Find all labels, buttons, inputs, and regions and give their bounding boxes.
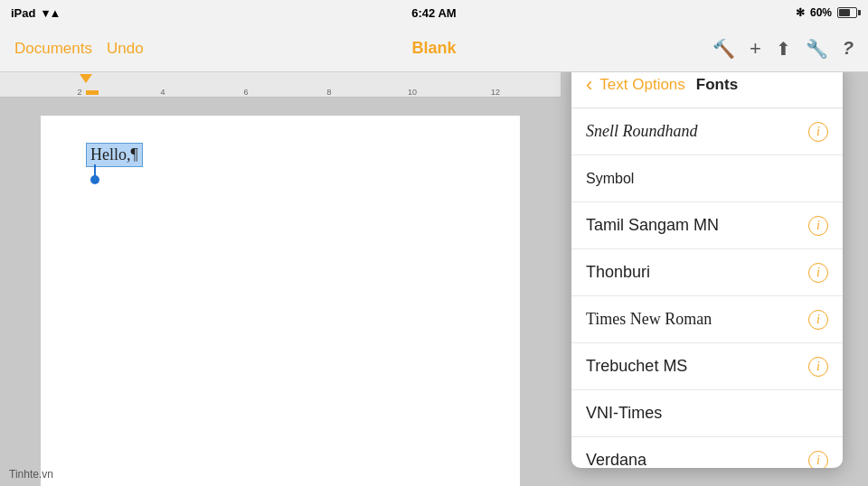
font-name-label: Times New Roman — [586, 310, 712, 329]
toolbar-right: 🔨 + ⬆ 🔧 ? — [712, 37, 854, 61]
toolbar-left: Documents Undo — [14, 40, 144, 58]
canvas: Hello,¶ — [0, 98, 561, 486]
help-icon[interactable]: ? — [843, 38, 854, 59]
back-button[interactable]: ‹ — [586, 73, 592, 97]
font-name-label: Trebuchet MS — [586, 357, 687, 376]
font-info-button[interactable]: i — [808, 451, 828, 469]
font-list: Snell RoundhandiSymbolTamil Sangam MNiTh… — [571, 108, 843, 468]
font-list-item[interactable]: Snell Roundhandi — [571, 108, 843, 155]
font-name-label: Verdana — [586, 451, 646, 468]
battery-icon — [837, 7, 857, 18]
text-options-link[interactable]: Text Options — [599, 76, 685, 94]
ruler-indent-top[interactable] — [80, 74, 92, 83]
font-list-item[interactable]: Trebuchet MSi — [571, 343, 843, 390]
add-icon[interactable]: + — [750, 37, 761, 61]
cursor-dot — [90, 175, 99, 184]
ruler: 2 4 6 8 10 12 — [0, 72, 561, 98]
battery-percentage: 60% — [810, 6, 832, 19]
ruler-mark-2: 2 — [77, 88, 81, 97]
font-info-button[interactable]: i — [808, 122, 828, 142]
share-icon[interactable]: ⬆ — [776, 38, 791, 60]
ruler-mark-6: 6 — [243, 88, 248, 97]
selected-text: Hello,¶ — [86, 143, 143, 167]
toolbar: Documents Undo Blank 🔨 + ⬆ 🔧 ? — [0, 25, 868, 72]
ruler-mark-8: 8 — [326, 88, 331, 97]
font-list-item[interactable]: VNI-Times — [571, 390, 843, 437]
watermark-text: Tinhte.vn — [9, 468, 53, 481]
font-list-item[interactable]: Tamil Sangam MNi — [571, 202, 843, 249]
font-name-label: VNI-Times — [586, 404, 662, 423]
font-name-label: Snell Roundhand — [586, 122, 698, 141]
document-page[interactable]: Hello,¶ — [41, 116, 520, 486]
fonts-title: Fonts — [696, 76, 738, 94]
font-panel: ‹ Text Options Fonts Snell RoundhandiSym… — [571, 61, 843, 468]
font-list-item[interactable]: Times New Romani — [571, 296, 843, 343]
ruler-mark-4: 4 — [160, 88, 165, 97]
bluetooth-icon: ✻ — [796, 6, 805, 19]
font-info-button[interactable]: i — [808, 310, 828, 330]
ruler-indent-bottom[interactable] — [86, 90, 99, 95]
font-name-label: Symbol — [586, 171, 634, 187]
wrench-icon[interactable]: 🔧 — [806, 38, 828, 60]
font-info-button[interactable]: i — [808, 216, 828, 236]
ruler-mark-12: 12 — [491, 88, 500, 97]
font-info-button[interactable]: i — [808, 357, 828, 377]
font-list-item[interactable]: Symbol — [571, 155, 843, 202]
document-title: Blank — [411, 39, 456, 58]
status-time: 6:42 AM — [411, 6, 456, 20]
font-list-item[interactable]: Verdanai — [571, 437, 843, 468]
status-bar: iPad ▾▲ 6:42 AM ✻ 60% — [0, 0, 868, 25]
undo-button[interactable]: Undo — [107, 40, 144, 58]
device-label: iPad — [11, 6, 35, 20]
hammer-icon[interactable]: 🔨 — [712, 38, 735, 60]
documents-button[interactable]: Documents — [14, 40, 92, 58]
ruler-mark-10: 10 — [408, 88, 417, 97]
wifi-icon: ▾▲ — [42, 6, 61, 20]
status-left: iPad ▾▲ — [11, 6, 61, 20]
status-right: ✻ 60% — [796, 6, 857, 19]
font-info-button[interactable]: i — [808, 263, 828, 283]
font-list-item[interactable]: Thonburii — [571, 249, 843, 296]
font-name-label: Tamil Sangam MN — [586, 216, 719, 235]
font-name-label: Thonburi — [586, 263, 650, 282]
watermark: Tinhte.vn — [9, 468, 53, 481]
